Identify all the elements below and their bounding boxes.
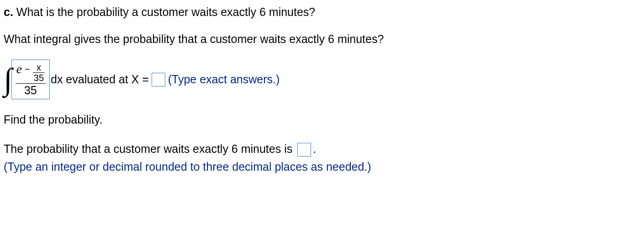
integrand-fraction: e − x 35 35 [16,63,46,96]
x-value-input[interactable] [152,73,165,87]
e-base: e [16,63,22,76]
integral-subquestion: What integral gives the probability that… [4,32,640,46]
part-label: c. [4,5,13,18]
exponent-numerator: x [36,63,42,72]
integrand-box[interactable]: e − x 35 35 [11,60,50,99]
result-sentence-pre: The probability that a customer waits ex… [4,142,296,155]
dx-evaluated-text: dx evaluated at X = [51,73,149,86]
probability-input[interactable] [297,143,311,157]
exact-answers-hint: (Type exact answers.) [168,73,280,86]
part-c-question: c. What is the probability a customer wa… [4,5,640,19]
exponent-fraction: x 35 [33,63,45,82]
decimal-hint: (Type an integer or decimal rounded to t… [4,158,640,176]
result-block: The probability that a customer waits ex… [4,140,640,176]
part-c-text: What is the probability a customer waits… [16,5,315,18]
exponent-denominator: 35 [33,72,45,82]
result-sentence-post: . [313,142,316,155]
exponent-minus: − [25,65,30,74]
integral-expression: ∫ e − x 35 35 dx evaluated at X = (Type … [4,60,640,99]
find-probability: Find the probability. [4,113,640,126]
fraction-denominator: 35 [23,84,38,96]
fraction-numerator: e − x 35 [16,63,46,84]
